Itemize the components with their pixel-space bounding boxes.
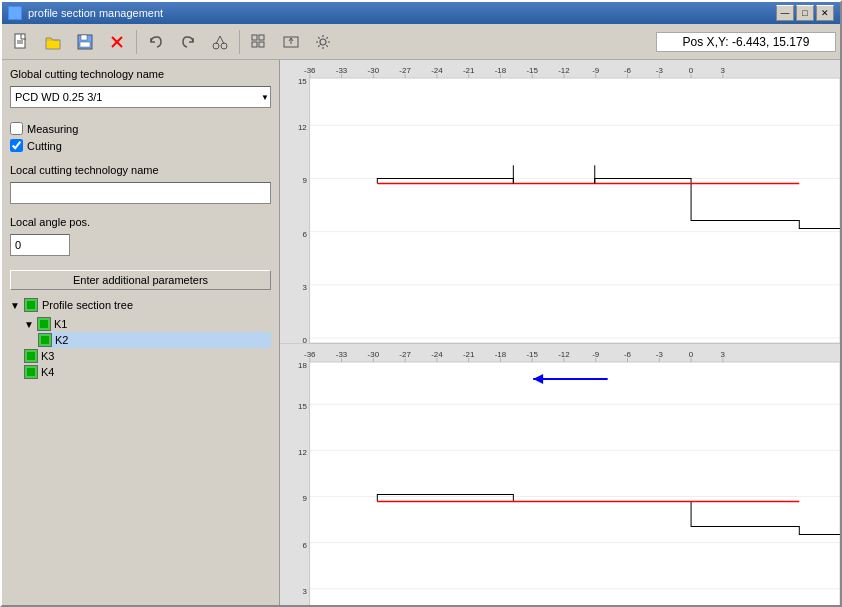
k1-check — [37, 317, 51, 331]
svg-line-10 — [216, 36, 220, 44]
top-chart-svg: -36 -33 -30 -27 -24 -21 -18 -15 -12 -9 -… — [280, 60, 840, 343]
cutting-label: Cutting — [27, 140, 62, 152]
svg-rect-65 — [280, 362, 310, 605]
svg-rect-14 — [252, 42, 257, 47]
tree-item-k2[interactable]: K2 — [38, 332, 271, 348]
svg-text:-9: -9 — [592, 66, 600, 75]
tree-section: ▼ Profile section tree ▼ K1 K2 — [10, 298, 271, 597]
svg-text:0: 0 — [689, 66, 694, 75]
tree-root-check — [24, 298, 38, 312]
svg-text:15: 15 — [298, 77, 307, 86]
local-angle-input[interactable] — [10, 234, 70, 256]
toolbar: Pos X,Y: -6.443, 15.179 — [2, 24, 840, 60]
svg-text:-18: -18 — [495, 66, 507, 75]
window-title: profile section management — [28, 7, 770, 19]
svg-rect-107 — [310, 362, 840, 605]
svg-text:-30: -30 — [368, 66, 380, 75]
k4-check — [24, 365, 38, 379]
svg-text:-6: -6 — [624, 66, 632, 75]
tree-item-k3[interactable]: K3 — [24, 348, 271, 364]
svg-point-18 — [320, 39, 326, 45]
global-tech-dropdown[interactable]: PCD WD 0.25 3/1 — [10, 86, 271, 108]
svg-line-11 — [220, 36, 224, 44]
tree-item-k1[interactable]: ▼ K1 — [24, 316, 271, 332]
main-window: profile section management — □ ✕ — [0, 0, 842, 607]
svg-rect-15 — [259, 42, 264, 47]
global-tech-dropdown-wrapper: PCD WD 0.25 3/1 ▼ — [10, 86, 271, 108]
close-button[interactable]: ✕ — [816, 5, 834, 21]
measuring-checkbox[interactable] — [10, 122, 23, 135]
svg-marker-110 — [533, 374, 543, 384]
local-tech-input[interactable] — [10, 182, 271, 204]
grid-button[interactable] — [244, 28, 274, 56]
svg-text:-6: -6 — [624, 350, 632, 359]
svg-text:-3: -3 — [656, 66, 664, 75]
svg-text:6: 6 — [302, 230, 307, 239]
svg-text:-18: -18 — [495, 350, 507, 359]
svg-text:18: 18 — [298, 361, 307, 370]
svg-rect-5 — [80, 42, 90, 47]
svg-text:9: 9 — [302, 494, 307, 503]
redo-button[interactable] — [173, 28, 203, 56]
export-button[interactable] — [276, 28, 306, 56]
measuring-row: Measuring — [10, 122, 271, 135]
svg-text:9: 9 — [302, 176, 307, 185]
separator-2 — [239, 30, 240, 54]
svg-text:3: 3 — [721, 350, 726, 359]
bottom-chart: -36 -33 -30 -27 -24 -21 -18 -15 -12 -9 -… — [280, 344, 840, 605]
cut-button[interactable] — [205, 28, 235, 56]
svg-text:15: 15 — [298, 402, 307, 411]
local-angle-label: Local angle pos. — [10, 216, 271, 228]
open-button[interactable] — [38, 28, 68, 56]
enter-params-button[interactable]: Enter additional parameters — [10, 270, 271, 290]
right-panel: -36 -33 -30 -27 -24 -21 -18 -15 -12 -9 -… — [280, 60, 840, 605]
svg-text:3: 3 — [302, 587, 307, 596]
svg-text:-24: -24 — [431, 66, 443, 75]
svg-text:-27: -27 — [399, 66, 411, 75]
svg-text:-21: -21 — [463, 350, 475, 359]
minimize-button[interactable]: — — [776, 5, 794, 21]
settings-button[interactable] — [308, 28, 338, 56]
svg-text:-33: -33 — [336, 350, 348, 359]
save-button[interactable] — [70, 28, 100, 56]
svg-text:-3: -3 — [656, 350, 664, 359]
title-bar: profile section management — □ ✕ — [2, 2, 840, 24]
svg-text:3: 3 — [721, 66, 726, 75]
svg-rect-60 — [310, 78, 840, 343]
svg-text:12: 12 — [298, 123, 307, 132]
tree-header-label: Profile section tree — [42, 299, 133, 311]
window-icon — [8, 6, 22, 20]
tree-item-k4[interactable]: K4 — [24, 364, 271, 380]
svg-text:-36: -36 — [304, 66, 316, 75]
cutting-row: Cutting — [10, 139, 271, 152]
undo-button[interactable] — [141, 28, 171, 56]
svg-text:-24: -24 — [431, 350, 443, 359]
tree-toggle-icon[interactable]: ▼ — [10, 300, 20, 311]
new-button[interactable] — [6, 28, 36, 56]
k4-label: K4 — [41, 366, 54, 378]
svg-rect-12 — [252, 35, 257, 40]
local-tech-label: Local cutting technology name — [10, 164, 271, 176]
svg-text:-30: -30 — [368, 350, 380, 359]
svg-text:-9: -9 — [592, 350, 600, 359]
cutting-checkbox[interactable] — [10, 139, 23, 152]
svg-text:-21: -21 — [463, 66, 475, 75]
svg-text:-27: -27 — [399, 350, 411, 359]
svg-rect-13 — [259, 35, 264, 40]
position-display: Pos X,Y: -6.443, 15.179 — [656, 32, 836, 52]
title-bar-controls: — □ ✕ — [776, 5, 834, 21]
svg-text:6: 6 — [302, 541, 307, 550]
delete-button[interactable] — [102, 28, 132, 56]
k3-label: K3 — [41, 350, 54, 362]
tree-header: ▼ Profile section tree — [10, 298, 271, 312]
maximize-button[interactable]: □ — [796, 5, 814, 21]
k1-toggle-icon[interactable]: ▼ — [24, 319, 34, 330]
k2-label: K2 — [55, 334, 68, 346]
svg-text:-15: -15 — [526, 350, 538, 359]
global-tech-label: Global cutting technology name — [10, 68, 271, 80]
main-content: Global cutting technology name PCD WD 0.… — [2, 60, 840, 605]
k1-label: K1 — [54, 318, 67, 330]
svg-text:-33: -33 — [336, 66, 348, 75]
svg-text:0: 0 — [689, 350, 694, 359]
svg-rect-20 — [280, 78, 310, 343]
